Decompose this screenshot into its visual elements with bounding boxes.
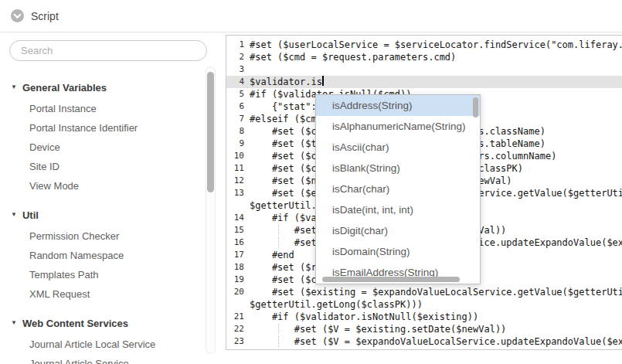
code-text: #set ($cmd = $request.parameters.cmd) — [250, 51, 456, 63]
gutter-line-number: 19 — [226, 274, 250, 286]
gutter-line-number: 16 — [226, 236, 250, 249]
code-line[interactable]: 3 — [226, 63, 622, 76]
sidebar-section-label: Util — [22, 209, 39, 221]
sidebar: ▼General VariablesPortal InstancePortal … — [0, 32, 226, 364]
autocomplete-item[interactable]: isAlphanumericName(String) — [316, 116, 480, 137]
code-text: $validator.is — [250, 76, 322, 88]
chevron-down-circle-icon[interactable] — [11, 9, 24, 22]
gutter-line-number: 15 — [226, 224, 250, 236]
sidebar-section: ▼Web Content ServicesJournal Article Loc… — [0, 310, 202, 364]
gutter-line-number: 12 — [226, 175, 250, 187]
indent-guide — [278, 324, 279, 335]
code-text: #set ($existing = $expandoValueLocalServ… — [250, 286, 622, 298]
gutter-line-number — [226, 298, 250, 311]
code-line[interactable]: 4$validator.is — [226, 76, 622, 88]
sidebar-section-label: Web Content Services — [22, 318, 128, 329]
gutter-line-number: 1 — [226, 39, 250, 51]
indent-guide — [278, 225, 279, 236]
header: Script — [0, 0, 622, 32]
script-editor-window: Script ▼General VariablesPortal Instance… — [0, 0, 622, 364]
sidebar-item[interactable]: Portal Instance — [0, 99, 202, 118]
autocomplete-horizontal-scrollbar-thumb[interactable] — [322, 277, 460, 282]
page-title: Script — [31, 10, 59, 22]
sidebar-item[interactable]: Random Namespace — [0, 246, 202, 265]
gutter-line-number: 11 — [226, 162, 250, 175]
sidebar-item[interactable]: Journal Article Local Service — [0, 335, 202, 354]
code-text: #set ($V = $existing.setDate($newVal)) — [250, 323, 506, 335]
triangle-down-icon: ▼ — [11, 319, 17, 326]
sidebar-section: ▼General VariablesPortal InstancePortal … — [0, 74, 202, 196]
sidebar-section: ▼UtilPermission CheckerRandom NamespaceT… — [0, 202, 202, 304]
gutter-line-number: 22 — [226, 323, 250, 335]
gutter-line-number: 21 — [226, 311, 250, 323]
triangle-down-icon: ▼ — [11, 211, 17, 218]
code-line-wrap[interactable]: $getterUtil.getLong($classPK))) — [226, 298, 622, 311]
gutter-line-number: 3 — [226, 63, 250, 76]
gutter-line-number: 6 — [226, 100, 250, 113]
gutter-line-number — [226, 199, 250, 212]
gutter-line-number: 20 — [226, 286, 250, 298]
triangle-down-icon: ▼ — [11, 83, 17, 90]
gutter-line-number: 9 — [226, 138, 250, 150]
autocomplete-item[interactable]: isDigit(char) — [316, 220, 480, 241]
sidebar-item[interactable]: Permission Checker — [0, 226, 202, 246]
autocomplete-vertical-scrollbar-thumb[interactable] — [473, 97, 478, 117]
code-text: #set ($userLocalService = $serviceLocato… — [250, 39, 622, 51]
code-line[interactable]: 21 #if ($validator.isNotNull($existing)) — [226, 311, 622, 323]
gutter-line-number: 4 — [226, 76, 250, 88]
gutter-line-number: 8 — [226, 125, 250, 138]
autocomplete-item[interactable]: isChar(char) — [316, 179, 480, 199]
sidebar-section-header[interactable]: ▼Util — [0, 202, 202, 226]
gutter-line-number: 13 — [226, 187, 250, 199]
sidebar-item[interactable]: Templates Path — [0, 265, 202, 284]
code-text: #set ($V = $expandoValueLocalService.upd… — [250, 335, 622, 348]
text-cursor — [322, 76, 324, 86]
code-line[interactable]: 1#set ($userLocalService = $serviceLocat… — [226, 39, 622, 51]
search-input[interactable] — [9, 40, 207, 61]
sidebar-section-header[interactable]: ▼Web Content Services — [0, 310, 202, 335]
autocomplete-item[interactable]: isAscii(char) — [316, 137, 480, 158]
sidebar-section-header[interactable]: ▼General Variables — [0, 74, 202, 99]
gutter-line-number: 23 — [226, 335, 250, 348]
autocomplete-item[interactable]: isDomain(String) — [316, 241, 480, 262]
gutter-line-number: 7 — [226, 113, 250, 125]
autocomplete-popup: isAddress(String)isAlphanumericName(Stri… — [315, 94, 481, 284]
autocomplete-item[interactable]: isBlank(String) — [316, 158, 480, 179]
indent-guide — [278, 336, 279, 347]
code-line[interactable]: 23 #set ($V = $expandoValueLocalService.… — [226, 335, 622, 348]
autocomplete-item[interactable]: isAddress(String) — [316, 95, 480, 116]
sidebar-item[interactable]: XML Request — [0, 284, 202, 304]
code-line[interactable]: 20 #set ($existing = $expandoValueLocalS… — [226, 286, 622, 298]
gutter-line-number: 10 — [226, 150, 250, 162]
code-text: #end — [250, 249, 294, 261]
code-line[interactable]: 2#set ($cmd = $request.parameters.cmd) — [226, 51, 622, 63]
gutter-line-number: 14 — [226, 212, 250, 224]
indent-guide — [278, 237, 279, 248]
autocomplete-item[interactable]: isDate(int, int, int) — [316, 199, 480, 220]
code-line[interactable]: 22 #set ($V = $existing.setDate($newVal)… — [226, 323, 622, 335]
sidebar-scrollbar-thumb[interactable] — [207, 72, 214, 192]
code-text: #if ($validator.isNotNull($existing)) — [250, 311, 478, 323]
gutter-line-number: 5 — [226, 88, 250, 100]
sidebar-item[interactable]: Portal Instance Identifier — [0, 118, 202, 138]
sidebar-item[interactable]: Journal Article Service — [0, 354, 202, 364]
gutter-line-number: 2 — [226, 51, 250, 63]
sidebar-item[interactable]: Device — [0, 138, 202, 157]
sidebar-nav: ▼General VariablesPortal InstancePortal … — [0, 68, 202, 364]
sidebar-section-label: General Variables — [22, 82, 107, 94]
gutter-line-number: 17 — [226, 249, 250, 261]
sidebar-item[interactable]: View Mode — [0, 176, 202, 196]
code-text: $getterUtil.getLong($classPK))) — [250, 298, 423, 311]
sidebar-item[interactable]: Site ID — [0, 157, 202, 176]
gutter-line-number: 18 — [226, 261, 250, 274]
